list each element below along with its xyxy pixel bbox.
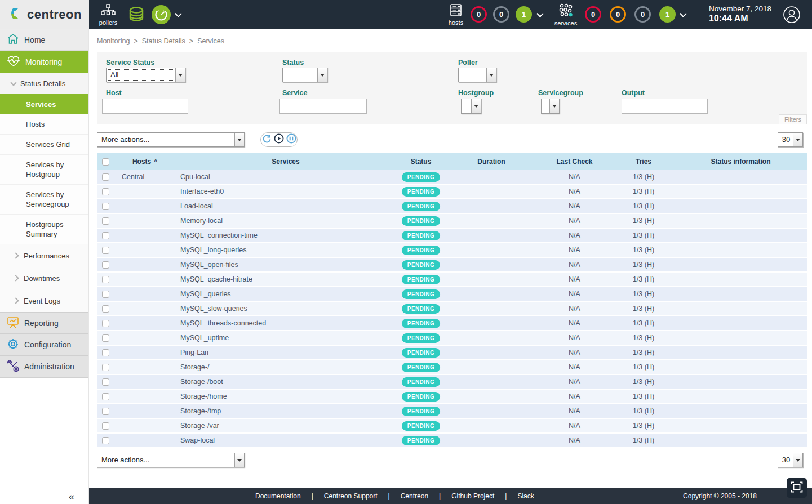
row-checkbox[interactable]: [102, 291, 109, 298]
sidebar-item-status-details[interactable]: Status Details: [0, 73, 88, 94]
service-cell[interactable]: Swap-local: [176, 436, 396, 444]
row-checkbox[interactable]: [102, 422, 109, 430]
row-checkbox[interactable]: [102, 393, 109, 400]
sidebar-item-monitoring[interactable]: Monitoring: [0, 51, 88, 73]
row-checkbox[interactable]: [102, 364, 109, 371]
service-input[interactable]: [279, 99, 367, 114]
service-cell[interactable]: MySQL_threads-connected: [176, 319, 396, 327]
hosts-up-counter[interactable]: 1: [516, 6, 532, 23]
row-checkbox[interactable]: [102, 217, 109, 225]
host-cell[interactable]: Central: [114, 173, 176, 181]
service-cell[interactable]: MySQL_uptime: [176, 334, 396, 342]
column-header-last-check[interactable]: Last Check: [536, 158, 613, 166]
breadcrumb-status-details[interactable]: Status Details: [142, 37, 185, 45]
service-cell[interactable]: Memory-local: [176, 217, 396, 225]
row-checkbox[interactable]: [102, 232, 109, 239]
hosts-chevron-icon[interactable]: [534, 0, 545, 29]
footer-link[interactable]: Documentation: [255, 492, 301, 500]
service-cell[interactable]: MySQL_qcache-hitrate: [176, 275, 396, 283]
breadcrumb-monitoring[interactable]: Monitoring: [97, 37, 130, 45]
sidebar-item-configuration[interactable]: Configuration: [0, 334, 88, 356]
host-input[interactable]: [102, 99, 188, 114]
pollers-menu[interactable]: pollers: [96, 0, 121, 29]
sidebar-item-administration[interactable]: Administration: [0, 356, 88, 378]
row-checkbox[interactable]: [102, 320, 109, 327]
column-header-status[interactable]: Status: [396, 158, 446, 166]
hostgroup-select[interactable]: [461, 99, 481, 114]
status-select[interactable]: [282, 68, 327, 82]
service-status-select[interactable]: All: [106, 68, 185, 82]
row-checkbox[interactable]: [102, 334, 109, 342]
sidebar-item-downtimes[interactable]: Downtimes: [0, 267, 88, 289]
database-status-icon[interactable]: [125, 0, 148, 29]
pause-icon[interactable]: [286, 133, 296, 146]
column-header-status-information[interactable]: Status information: [675, 158, 807, 166]
column-header-duration[interactable]: Duration: [446, 158, 536, 166]
poller-details-chevron-icon[interactable]: [172, 0, 184, 29]
service-cell[interactable]: Storage-/tmp: [176, 407, 396, 415]
filters-button[interactable]: Filters: [779, 114, 807, 124]
row-checkbox[interactable]: [102, 188, 109, 195]
service-cell[interactable]: MySQL_open-files: [176, 261, 396, 269]
user-profile-icon[interactable]: [782, 0, 802, 29]
service-cell[interactable]: Cpu-local: [176, 173, 396, 181]
column-header-tries[interactable]: Tries: [613, 158, 675, 166]
servicegroup-select[interactable]: [541, 99, 560, 114]
service-cell[interactable]: Storage-/var: [176, 422, 396, 430]
row-checkbox[interactable]: [102, 276, 109, 283]
services-critical-counter[interactable]: 0: [585, 6, 601, 23]
footer-link[interactable]: Github Project: [451, 492, 494, 500]
fullscreen-button[interactable]: [787, 478, 807, 498]
breadcrumb-services[interactable]: Services: [197, 37, 224, 45]
output-input[interactable]: [622, 99, 708, 114]
sidebar-item-reporting[interactable]: Reporting: [0, 312, 88, 334]
hosts-unreachable-counter[interactable]: 0: [493, 6, 509, 23]
poller-select[interactable]: [458, 68, 496, 82]
sidebar-item-hostgroups-summary[interactable]: Hostgroups Summary: [0, 215, 88, 244]
row-checkbox[interactable]: [102, 349, 109, 356]
service-cell[interactable]: MySQL_slow-queries: [176, 305, 396, 313]
sidebar-collapse-button[interactable]: «: [69, 491, 74, 503]
service-cell[interactable]: MySQL_connection-time: [176, 231, 396, 239]
footer-link[interactable]: Centreon Support: [324, 492, 378, 500]
column-header-services[interactable]: Services: [176, 158, 396, 166]
play-icon[interactable]: [274, 133, 284, 146]
more-actions-select-top[interactable]: More actions...: [97, 132, 245, 147]
hosts-menu[interactable]: hosts: [445, 0, 467, 29]
row-checkbox[interactable]: [102, 305, 109, 313]
page-size-select-bottom[interactable]: 30: [778, 453, 803, 467]
sidebar-item-services-by-hostgroup[interactable]: Services by Hostgroup: [0, 155, 88, 185]
service-cell[interactable]: Storage-/boot: [176, 378, 396, 386]
sidebar-item-services[interactable]: Services: [0, 94, 88, 114]
more-actions-select-bottom[interactable]: More actions...: [97, 453, 245, 467]
row-checkbox[interactable]: [102, 437, 109, 444]
hosts-down-counter[interactable]: 0: [471, 6, 487, 23]
row-checkbox[interactable]: [102, 173, 109, 181]
service-cell[interactable]: Interface-eth0: [176, 188, 396, 195]
row-checkbox[interactable]: [102, 261, 109, 269]
service-cell[interactable]: MySQL_long-queries: [176, 246, 396, 254]
services-menu[interactable]: services: [553, 0, 579, 29]
services-warning-counter[interactable]: 0: [610, 6, 626, 23]
page-size-select-top[interactable]: 30: [778, 132, 803, 147]
refresh-icon[interactable]: [262, 134, 272, 146]
sidebar-item-home[interactable]: Home: [0, 29, 88, 51]
services-ok-counter[interactable]: 1: [659, 6, 676, 23]
select-all-checkbox[interactable]: [102, 158, 109, 166]
service-cell[interactable]: Load-local: [176, 202, 396, 210]
row-checkbox[interactable]: [102, 378, 109, 386]
service-cell[interactable]: Ping-Lan: [176, 349, 396, 356]
sidebar-item-services-grid[interactable]: Services Grid: [0, 135, 88, 155]
services-chevron-icon[interactable]: [677, 0, 689, 29]
footer-link[interactable]: Slack: [517, 492, 534, 500]
row-checkbox[interactable]: [102, 203, 109, 210]
service-cell[interactable]: Storage-/: [176, 363, 396, 371]
sidebar-item-services-by-servicegroup[interactable]: Services by Servicegroup: [0, 185, 88, 215]
gauge-status-icon[interactable]: [150, 0, 172, 29]
service-cell[interactable]: MySQL_queries: [176, 290, 396, 298]
sidebar-item-performances[interactable]: Performances: [0, 244, 88, 267]
services-unknown-counter[interactable]: 0: [634, 6, 651, 23]
service-cell[interactable]: Storage-/home: [176, 393, 396, 400]
row-checkbox[interactable]: [102, 247, 109, 254]
footer-link[interactable]: Centreon: [401, 492, 428, 500]
